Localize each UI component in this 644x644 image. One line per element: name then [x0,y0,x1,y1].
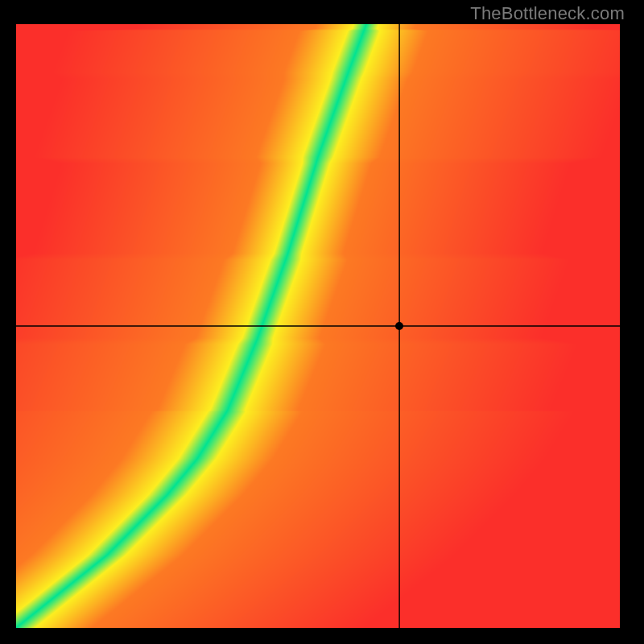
selection-marker [395,322,403,330]
watermark-text: TheBottleneck.com [470,3,625,24]
bottleneck-heatmap [16,24,620,628]
chart-container: { "watermark": "TheBottleneck.com", "cha… [0,0,644,644]
